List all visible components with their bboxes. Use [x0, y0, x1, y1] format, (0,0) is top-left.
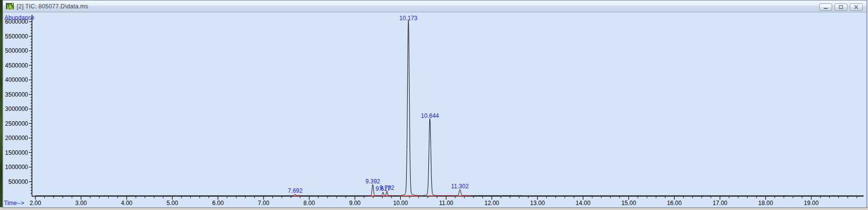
x-tick-label: 2.00: [30, 200, 41, 207]
y-tick-label: 5000000: [5, 47, 28, 54]
peak-label: 10.173: [399, 15, 418, 22]
window-title: [2] TIC: 805077.D\data.ms: [17, 3, 89, 10]
peak-label: 11.302: [451, 183, 469, 190]
y-tick-label: 5500000: [5, 33, 28, 40]
restore-button[interactable]: [835, 3, 847, 11]
peak-label: 7.692: [288, 187, 302, 194]
y-tick-label: 4000000: [5, 76, 28, 83]
x-tick-label: 18.00: [758, 200, 773, 207]
x-tick-label: 14.00: [576, 200, 591, 207]
chromatogram-icon: [6, 2, 14, 10]
x-tick-label: 19.00: [804, 200, 819, 207]
y-tick-label: 500000: [8, 178, 28, 185]
x-tick-label: 13.00: [530, 200, 545, 207]
x-tick-label: 8.00: [303, 200, 315, 207]
close-button[interactable]: [850, 3, 863, 11]
y-tick-label: 3000000: [5, 105, 28, 112]
peak-label: 9.702: [380, 184, 394, 191]
x-tick-label: 12.00: [484, 200, 499, 207]
x-tick-label: 6.00: [212, 200, 224, 207]
window-title-bar[interactable]: [2] TIC: 805077.D\data.ms: [3, 0, 867, 12]
x-tick-label: 3.00: [75, 200, 87, 207]
minimize-icon: [823, 5, 828, 9]
x-axis-title: Time-->: [4, 200, 24, 207]
y-tick-label: 2500000: [5, 120, 28, 127]
y-tick-label: 4500000: [5, 62, 28, 69]
chromatogram-window: [2] TIC: 805077.D\data.ms 50000010000001…: [2, 0, 867, 208]
y-tick-label: 2000000: [5, 135, 28, 141]
peak-label: 10.644: [421, 112, 439, 119]
y-axis-title: Abundance: [4, 14, 34, 21]
x-tick-label: 10.00: [393, 200, 408, 207]
minimize-button[interactable]: [819, 3, 832, 11]
close-icon: [854, 5, 859, 9]
window-controls: [819, 3, 863, 11]
x-tick-label: 7.00: [258, 200, 269, 207]
chromatogram-plot[interactable]: 5000001000000150000020000002500000300000…: [3, 12, 866, 207]
tic-trace: [35, 20, 864, 196]
x-tick-label: 5.00: [167, 200, 179, 207]
x-tick-label: 15.00: [621, 200, 636, 207]
x-tick-label: 11.00: [439, 200, 453, 207]
restore-icon: [838, 5, 843, 9]
y-tick-label: 1000000: [5, 164, 28, 171]
x-tick-label: 9.00: [349, 200, 361, 207]
y-tick-label: 1500000: [5, 149, 28, 156]
x-tick-label: 4.00: [121, 200, 133, 207]
x-tick-label: 16.00: [667, 200, 682, 207]
y-tick-label: 3500000: [5, 91, 28, 98]
peak-label: 9.392: [365, 178, 380, 185]
x-tick-label: 17.00: [713, 200, 727, 207]
plot-area: 5000001000000150000020000002500000300000…: [3, 12, 866, 207]
